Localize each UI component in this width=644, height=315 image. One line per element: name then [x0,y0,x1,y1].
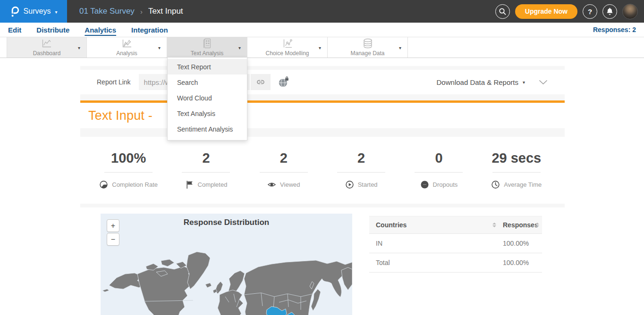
tab-text-analysis[interactable]: Text Analysis ▾ [167,37,247,58]
scatter-chart-icon [281,38,294,49]
download-data-reports-button[interactable]: Download Data & Reports ▾ [437,78,525,86]
minus-circle-icon [420,180,429,189]
upgrade-now-button[interactable]: Upgrade Now [515,4,577,19]
map-zoom-out-button[interactable]: − [107,233,119,246]
chevron-down-icon[interactable]: ▾ [319,45,321,50]
breadcrumb: 01 Take Survey › Text Input [79,7,183,16]
country-code: IN [376,240,382,247]
map-zoom-controls: + − [107,219,119,247]
table-header-countries[interactable]: Countries [376,221,407,229]
nav-item-integration[interactable]: Integration [131,26,168,34]
total-label: Total [376,259,390,266]
stat-label: Completion Rate [112,181,158,188]
database-icon [362,38,374,49]
multi-line-chart-icon [121,38,133,49]
chevron-down-icon[interactable]: ▾ [238,45,241,50]
dropdown-item-sentiment-analysis[interactable]: Sentiment Analysis [168,121,247,137]
stat-label: Completed [198,181,228,188]
stat-value: 2 [357,151,365,166]
header-actions: Upgrade Now ? [495,4,644,19]
bell-icon [606,8,613,15]
breadcrumb-survey-name[interactable]: 01 Take Survey [79,7,135,16]
tab-label: Analysis [116,50,137,57]
map-zoom-in-button[interactable]: + [107,219,119,232]
survey-stats: 100% Completion Rate 2 [80,137,565,204]
question-title-bar: Text Input - [80,103,565,128]
stat-dropouts: 0 Dropouts [400,137,477,204]
analytics-content: Report Link Download Data & Report [80,66,565,315]
stat-completed: 2 Completed [167,137,245,204]
response-distribution-section: Response Distribution + − [80,207,565,315]
questionpro-p-icon [10,5,19,17]
tab-analysis[interactable]: Analysis ▾ [87,37,167,58]
app-header: Surveys ▾ 01 Take Survey › Text Input Up… [0,0,644,23]
sort-icon[interactable] [535,223,539,227]
brand-label: Surveys [24,7,51,16]
dropdown-item-word-cloud[interactable]: Word Cloud [168,90,247,106]
table-header-row: Countries Responses [369,216,542,234]
search-button[interactable] [495,4,510,19]
surveys-menu[interactable]: Surveys ▾ [0,0,67,23]
globe-lock-icon [278,76,289,88]
map-title: Response Distribution [101,218,352,227]
subnav-links: Edit Distribute Analytics Integration [8,26,168,34]
nav-item-distribute[interactable]: Distribute [36,26,69,34]
tab-label: Text Analysis [191,50,223,57]
eye-icon [267,180,276,189]
analytics-toolbar: Dashboard ▾ Analysis ▾ Text Analys [0,37,644,58]
chevron-down-icon[interactable]: ▾ [158,45,161,50]
stat-viewed: 2 Viewed [245,137,322,204]
tab-choice-modelling[interactable]: Choice Modelling ▾ [247,37,328,58]
sort-icon[interactable] [492,223,496,227]
report-link-label: Report Link [97,78,131,86]
divider [260,172,308,173]
table-header-responses[interactable]: Responses [503,221,538,229]
play-circle-icon [345,180,354,189]
countries-table: Countries Responses IN 100.00% Total 100… [369,216,542,273]
chevron-down-icon[interactable]: ▾ [78,45,80,50]
nav-item-edit[interactable]: Edit [8,26,21,34]
tab-dashboard[interactable]: Dashboard ▾ [7,37,87,58]
stat-started: 2 Started [322,137,400,204]
copy-link-button[interactable] [251,74,271,90]
response-percent: 100.00% [503,240,529,247]
tab-label: Manage Data [350,50,384,57]
breadcrumb-separator: › [140,8,143,16]
pie-icon [99,180,108,189]
notifications-button[interactable] [602,4,617,19]
help-button[interactable]: ? [583,4,597,19]
collapse-section-button[interactable] [539,80,548,85]
responses-count[interactable]: Responses: 2 [593,26,636,33]
stat-label: Started [358,181,378,188]
page-title: Text Input - [88,108,156,123]
divider [104,172,153,173]
divider [415,172,463,173]
nav-item-analytics[interactable]: Analytics [85,26,116,34]
world-map[interactable] [101,214,352,315]
stat-completion-rate: 100% Completion Rate [90,137,167,204]
divider [337,172,385,173]
stat-value: 2 [280,151,288,166]
divider [492,172,541,173]
search-icon [499,8,507,16]
tab-manage-data[interactable]: Manage Data ▾ [328,37,408,58]
breadcrumb-page-name: Text Input [148,7,183,16]
stat-label: Dropouts [433,181,458,188]
web-report-button[interactable] [278,76,289,88]
table-row-total: Total 100.00% [369,253,542,273]
chevron-down-icon: ▾ [55,9,57,15]
link-icon [255,77,266,87]
chevron-down-icon [539,80,548,85]
line-chart-icon [41,38,53,49]
dropdown-item-text-analysis[interactable]: Text Analysis [168,106,247,121]
user-avatar[interactable] [622,4,638,19]
response-distribution-map: Response Distribution + − [101,214,352,315]
caret-down-icon: ▾ [523,80,525,85]
chevron-down-icon[interactable]: ▾ [399,45,401,50]
dropdown-item-search[interactable]: Search [168,75,247,90]
help-icon: ? [588,8,592,16]
divider [182,172,230,173]
dropdown-item-text-report[interactable]: Text Report [168,59,247,75]
tab-label: Dashboard [33,50,61,57]
download-label: Download Data & Reports [437,78,518,86]
